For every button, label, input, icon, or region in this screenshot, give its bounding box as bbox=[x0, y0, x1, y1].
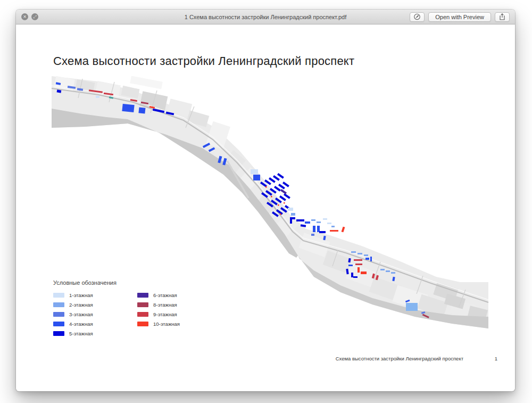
markup-icon bbox=[413, 13, 421, 21]
legend-swatch bbox=[53, 331, 64, 336]
legend-label: 1-этажная bbox=[69, 292, 93, 298]
legend-swatch bbox=[137, 312, 148, 317]
legend-label: 8-этажная bbox=[153, 302, 177, 308]
legend-item: 5-этажная bbox=[53, 331, 137, 336]
legend-swatch bbox=[53, 293, 64, 298]
legend-label: 9-этажная bbox=[153, 311, 177, 317]
screen: ✕ ⤢ 1 Схема высотности застройки Ленингр… bbox=[0, 0, 532, 403]
legend-swatch bbox=[137, 302, 148, 307]
map-pond bbox=[406, 303, 418, 311]
titlebar-actions: Open with Preview bbox=[410, 12, 510, 22]
legend-swatch bbox=[53, 312, 64, 317]
legend-label: 5-этажная bbox=[69, 331, 93, 336]
legend-swatch bbox=[53, 302, 64, 307]
legend-swatch bbox=[137, 322, 148, 326]
footer-title: Схема высотности застройки Ленинградский… bbox=[336, 356, 463, 361]
markup-button[interactable] bbox=[410, 12, 425, 22]
legend-heading: Условные обозначения bbox=[53, 279, 180, 286]
share-icon bbox=[498, 13, 506, 21]
window-controls: ✕ ⤢ bbox=[21, 13, 38, 20]
fullscreen-icon[interactable]: ⤢ bbox=[31, 13, 38, 20]
legend-column-2: 6-этажная 8-этажная 9-этажная 10-эт bbox=[137, 292, 180, 340]
legend-item: 10-этажная bbox=[137, 321, 180, 326]
page-title: Схема высотности застройки Ленинградский… bbox=[53, 54, 354, 68]
legend-label: 4-этажная bbox=[69, 321, 93, 327]
legend-item: 2-этажная bbox=[53, 302, 137, 307]
legend-item: 6-этажная bbox=[137, 292, 180, 298]
legend-swatch bbox=[53, 322, 64, 326]
legend-swatch bbox=[137, 293, 148, 298]
quicklook-window: ✕ ⤢ 1 Схема высотности застройки Ленингр… bbox=[16, 10, 515, 391]
share-button[interactable] bbox=[495, 12, 510, 22]
footer-page-number: 1 bbox=[495, 356, 497, 361]
open-with-preview-button[interactable]: Open with Preview bbox=[428, 12, 491, 22]
window-titlebar[interactable]: ✕ ⤢ 1 Схема высотности застройки Ленингр… bbox=[16, 10, 515, 24]
pdf-page: Схема высотности застройки Ленинградский… bbox=[16, 24, 515, 391]
close-icon[interactable]: ✕ bbox=[21, 13, 28, 20]
legend-column-1: 1-этажная 2-этажная 3-этажная 4-эта bbox=[53, 292, 137, 340]
legend-label: 6-этажная bbox=[153, 292, 177, 298]
legend-label: 10-этажная bbox=[153, 321, 180, 327]
legend-item: 3-этажная bbox=[53, 311, 137, 317]
legend-item: 1-этажная bbox=[53, 292, 137, 298]
legend-label: 2-этажная bbox=[69, 302, 93, 308]
legend: Условные обозначения 1-этажная 2-этажная bbox=[53, 279, 180, 340]
legend-label: 3-этажная bbox=[69, 311, 93, 317]
legend-item: 4-этажная bbox=[53, 321, 137, 326]
legend-item: 9-этажная bbox=[137, 311, 180, 317]
legend-item: 8-этажная bbox=[137, 302, 180, 307]
